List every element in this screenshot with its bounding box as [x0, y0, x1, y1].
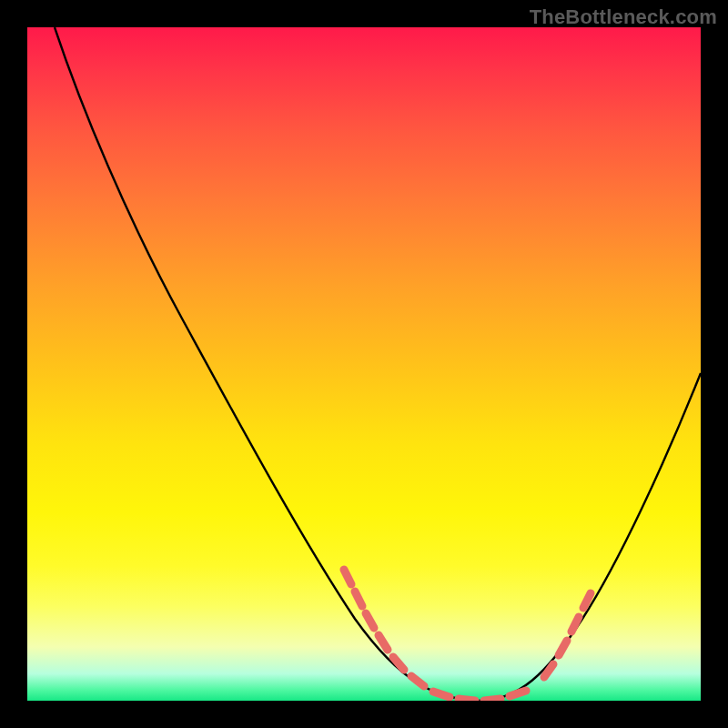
svg-line-12 — [571, 617, 579, 632]
svg-line-11 — [559, 641, 567, 655]
watermark-text: TheBottleneck.com — [530, 5, 717, 29]
svg-line-2 — [366, 613, 374, 628]
svg-line-3 — [379, 635, 388, 650]
chart-plot-area — [27, 27, 701, 701]
svg-line-1 — [355, 592, 362, 606]
svg-line-0 — [344, 570, 351, 584]
svg-line-6 — [433, 692, 450, 697]
bottleneck-curve — [55, 27, 701, 701]
svg-line-5 — [411, 676, 424, 686]
svg-line-7 — [459, 699, 475, 701]
curve-svg — [27, 27, 701, 701]
highlight-dashes — [344, 570, 591, 701]
svg-line-8 — [484, 699, 500, 701]
svg-line-4 — [393, 657, 404, 670]
svg-line-9 — [510, 691, 526, 696]
